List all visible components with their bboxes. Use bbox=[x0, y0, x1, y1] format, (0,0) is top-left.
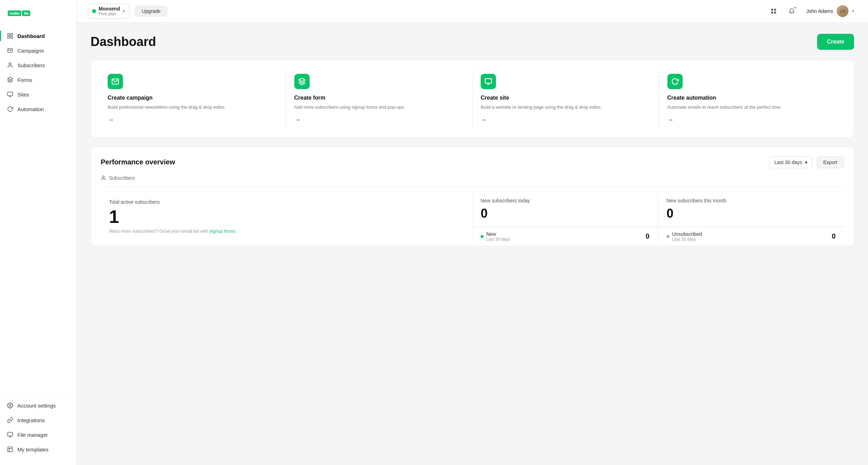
sidebar-item-dashboard[interactable]: Dashboard bbox=[0, 29, 76, 43]
quick-action-site[interactable]: Create site Build a website or landing p… bbox=[472, 68, 659, 129]
new-month-value: 0 bbox=[667, 206, 836, 221]
action-description: Build a website or landing page using th… bbox=[481, 104, 650, 111]
user-menu[interactable]: John Adams JA ▾ bbox=[804, 4, 857, 18]
sidebar-item-my-templates[interactable]: My templates bbox=[0, 442, 76, 457]
action-description: Add more subscribers using signup forms … bbox=[294, 104, 464, 111]
unsubscribed-label: Unsubscribed bbox=[672, 231, 702, 237]
sidebar-item-automation[interactable]: Automation bbox=[0, 102, 76, 116]
sidebar-item-label: File manager bbox=[17, 432, 48, 438]
action-arrow: → bbox=[481, 116, 650, 124]
monitor-icon bbox=[485, 78, 492, 85]
site-icon-wrap bbox=[481, 74, 496, 89]
form-icon-wrap bbox=[294, 74, 310, 89]
envelope-icon bbox=[111, 78, 119, 85]
templates-icon bbox=[7, 446, 13, 452]
action-title: Create site bbox=[481, 95, 650, 101]
dashboard-icon bbox=[7, 33, 13, 39]
action-arrow: → bbox=[294, 116, 464, 124]
sidebar-item-label: My templates bbox=[17, 447, 48, 452]
workspace-dot bbox=[92, 9, 96, 13]
action-description: Automate emails to reach subscribers at … bbox=[667, 104, 837, 111]
sidebar-item-label: Campaigns bbox=[17, 48, 44, 54]
nav-divider bbox=[0, 395, 76, 395]
action-title: Create form bbox=[294, 95, 464, 101]
svg-rect-16 bbox=[485, 79, 491, 83]
automation-icon bbox=[7, 106, 13, 112]
sidebar: mailerlite Dashboard Campaigns Subscribe… bbox=[0, 0, 77, 465]
sidebar-item-label: Account settings bbox=[17, 403, 56, 409]
unsubscribed-value: 0 bbox=[832, 232, 836, 240]
workspace-selector[interactable]: Moosend Free plan ▾ bbox=[88, 3, 129, 19]
quick-action-campaign[interactable]: Create campaign Build professional newsl… bbox=[99, 68, 286, 129]
content-area: Dashboard Create Create campaign Build p… bbox=[77, 23, 868, 465]
action-arrow: → bbox=[108, 116, 277, 124]
quick-action-automation[interactable]: Create automation Automate emails to rea… bbox=[659, 68, 846, 129]
sidebar-item-forms[interactable]: Forms bbox=[0, 72, 76, 87]
svg-rect-6 bbox=[8, 92, 13, 96]
date-filter-dropdown[interactable]: Last 30 days ▾ bbox=[769, 156, 812, 168]
sidebar-nav: Dashboard Campaigns Subscribers Forms Si… bbox=[0, 29, 76, 457]
action-title: Create automation bbox=[667, 95, 837, 101]
layers-icon bbox=[298, 78, 306, 85]
avatar: JA bbox=[837, 5, 848, 17]
svg-point-5 bbox=[9, 63, 11, 65]
main-content: Moosend Free plan ▾ Upgrade John Adams J… bbox=[77, 0, 868, 465]
new-today-column: New subscribers today 0 New Last 30 days bbox=[472, 192, 658, 246]
svg-rect-12 bbox=[771, 12, 773, 14]
quick-action-form[interactable]: Create form Add more subscribers using s… bbox=[286, 68, 473, 129]
sidebar-item-campaigns[interactable]: Campaigns bbox=[0, 43, 76, 58]
sidebar-item-integrations[interactable]: Integrations bbox=[0, 413, 76, 427]
new-today-value: 0 bbox=[481, 206, 650, 221]
new-label: New bbox=[486, 231, 510, 237]
file-manager-icon bbox=[7, 432, 13, 438]
subscribers-section-label: Subscribers bbox=[109, 175, 135, 181]
workspace-name: Moosend bbox=[99, 6, 120, 11]
total-active-label: Total active subscribers bbox=[109, 199, 464, 205]
sidebar-item-subscribers[interactable]: Subscribers bbox=[0, 58, 76, 72]
sidebar-item-label: Sites bbox=[17, 92, 29, 98]
sidebar-item-sites[interactable]: Sites bbox=[0, 87, 76, 102]
create-button[interactable]: Create bbox=[817, 34, 854, 50]
notifications-button[interactable] bbox=[785, 5, 798, 17]
sites-icon bbox=[7, 91, 13, 98]
sidebar-item-label: Integrations bbox=[17, 417, 45, 423]
upgrade-button[interactable]: Upgrade bbox=[135, 6, 168, 17]
sidebar-item-label: Dashboard bbox=[17, 33, 45, 39]
header: Moosend Free plan ▾ Upgrade John Adams J… bbox=[77, 0, 868, 23]
sidebar-item-file-manager[interactable]: File manager bbox=[0, 427, 76, 442]
subscribers-label: Subscribers bbox=[101, 175, 844, 187]
svg-rect-1 bbox=[11, 33, 13, 35]
workspace-info: Moosend Free plan bbox=[99, 6, 120, 16]
svg-point-7 bbox=[9, 405, 11, 406]
svg-rect-11 bbox=[774, 9, 776, 10]
settings-icon bbox=[7, 402, 13, 409]
new-today-stat: New subscribers today 0 bbox=[472, 192, 658, 227]
subscribers-icon bbox=[7, 62, 13, 68]
subscribers-section: Subscribers Total active subscribers 1 W… bbox=[101, 175, 844, 246]
grid-view-button[interactable] bbox=[767, 5, 780, 17]
export-button[interactable]: Export bbox=[817, 156, 844, 168]
stats-grid: Total active subscribers 1 Want more sub… bbox=[101, 192, 844, 246]
page-title: Dashboard bbox=[91, 34, 156, 49]
total-active-stat: Total active subscribers 1 Want more sub… bbox=[101, 192, 472, 246]
svg-point-19 bbox=[102, 176, 104, 178]
header-right: John Adams JA ▾ bbox=[767, 4, 857, 18]
sidebar-item-account-settings[interactable]: Account settings bbox=[0, 398, 76, 413]
performance-controls: Last 30 days ▾ Export bbox=[769, 156, 844, 168]
action-arrow: → bbox=[667, 116, 837, 124]
gray-dot bbox=[667, 235, 669, 238]
new-month-column: New subscribers this month 0 Unsubscribe… bbox=[658, 192, 844, 246]
chevron-down-icon: ▾ bbox=[805, 160, 807, 165]
logo: mailerlite bbox=[0, 8, 76, 29]
total-active-value: 1 bbox=[109, 208, 464, 226]
performance-header: Performance overview Last 30 days ▾ Expo… bbox=[101, 156, 844, 168]
page-header: Dashboard Create bbox=[91, 34, 854, 50]
performance-title: Performance overview bbox=[101, 158, 175, 166]
date-filter-label: Last 30 days bbox=[774, 160, 802, 165]
new-subscribers-row: New Last 30 days 0 bbox=[472, 227, 658, 246]
new-period: Last 30 days bbox=[486, 237, 510, 242]
svg-marker-15 bbox=[299, 78, 305, 82]
action-title: Create campaign bbox=[108, 95, 277, 101]
signup-forms-link[interactable]: signup forms bbox=[210, 228, 235, 234]
new-month-stat: New subscribers this month 0 bbox=[658, 192, 844, 227]
